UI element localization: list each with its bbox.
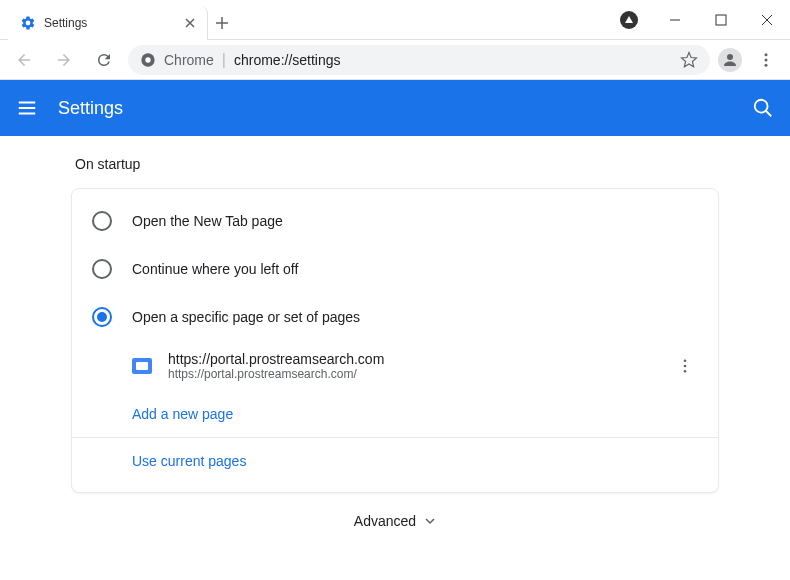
page-entry-url: https://portal.prostreamsearch.com/ — [168, 367, 656, 381]
advanced-toggle[interactable]: Advanced — [71, 493, 719, 549]
svg-point-5 — [765, 58, 768, 61]
startup-page-row: https://portal.prostreamsearch.com https… — [72, 341, 718, 391]
section-title: On startup — [71, 156, 719, 172]
advanced-label: Advanced — [354, 513, 416, 529]
radio-icon — [92, 211, 112, 231]
use-current-row[interactable]: Use current pages — [72, 438, 718, 484]
window-titlebar: Settings — [0, 0, 790, 40]
menu-button[interactable] — [750, 44, 782, 76]
bookmark-icon[interactable] — [680, 51, 698, 69]
radio-option-continue[interactable]: Continue where you left off — [72, 245, 718, 293]
search-icon[interactable] — [752, 97, 774, 119]
forward-button[interactable] — [48, 44, 80, 76]
svg-point-7 — [755, 100, 768, 113]
minimize-button[interactable] — [652, 0, 698, 40]
startup-card: Open the New Tab page Continue where you… — [71, 188, 719, 493]
svg-point-8 — [684, 359, 687, 362]
reload-button[interactable] — [88, 44, 120, 76]
add-page-link[interactable]: Add a new page — [132, 406, 233, 422]
window-controls — [652, 0, 790, 39]
svg-point-4 — [765, 53, 768, 56]
maximize-button[interactable] — [698, 0, 744, 40]
profile-badge[interactable] — [606, 0, 652, 40]
hamburger-icon[interactable] — [16, 97, 38, 119]
page-favicon — [132, 358, 152, 374]
svg-point-9 — [684, 365, 687, 368]
gear-icon — [20, 15, 36, 31]
incognito-icon — [620, 11, 638, 29]
new-tab-button[interactable] — [208, 6, 236, 39]
settings-header: Settings — [0, 80, 790, 136]
radio-label: Continue where you left off — [132, 261, 298, 277]
address-prefix: Chrome — [164, 52, 214, 68]
address-bar[interactable]: Chrome | chrome://settings — [128, 45, 710, 75]
address-url: chrome://settings — [234, 52, 341, 68]
settings-content[interactable]: On startup Open the New Tab page Continu… — [0, 136, 790, 580]
svg-point-10 — [684, 370, 687, 373]
radio-label: Open a specific page or set of pages — [132, 309, 360, 325]
back-button[interactable] — [8, 44, 40, 76]
add-page-row[interactable]: Add a new page — [72, 391, 718, 437]
radio-icon — [92, 307, 112, 327]
use-current-link[interactable]: Use current pages — [132, 453, 246, 469]
address-separator: | — [222, 51, 226, 69]
page-title: Settings — [58, 98, 732, 119]
svg-point-6 — [765, 63, 768, 66]
browser-toolbar: Chrome | chrome://settings — [0, 40, 790, 80]
chrome-icon — [140, 52, 156, 68]
close-window-button[interactable] — [744, 0, 790, 40]
radio-icon — [92, 259, 112, 279]
svg-point-3 — [727, 54, 733, 60]
page-entry-title: https://portal.prostreamsearch.com — [168, 351, 656, 367]
chevron-down-icon — [424, 515, 436, 527]
user-avatar[interactable] — [718, 48, 742, 72]
close-icon[interactable] — [185, 18, 195, 28]
radio-option-newtab[interactable]: Open the New Tab page — [72, 197, 718, 245]
svg-point-2 — [145, 57, 150, 62]
svg-rect-0 — [716, 15, 726, 25]
radio-option-specific[interactable]: Open a specific page or set of pages — [72, 293, 718, 341]
radio-label: Open the New Tab page — [132, 213, 283, 229]
more-options-icon[interactable] — [672, 353, 698, 379]
tab-title: Settings — [44, 16, 177, 30]
browser-tab[interactable]: Settings — [8, 6, 208, 40]
